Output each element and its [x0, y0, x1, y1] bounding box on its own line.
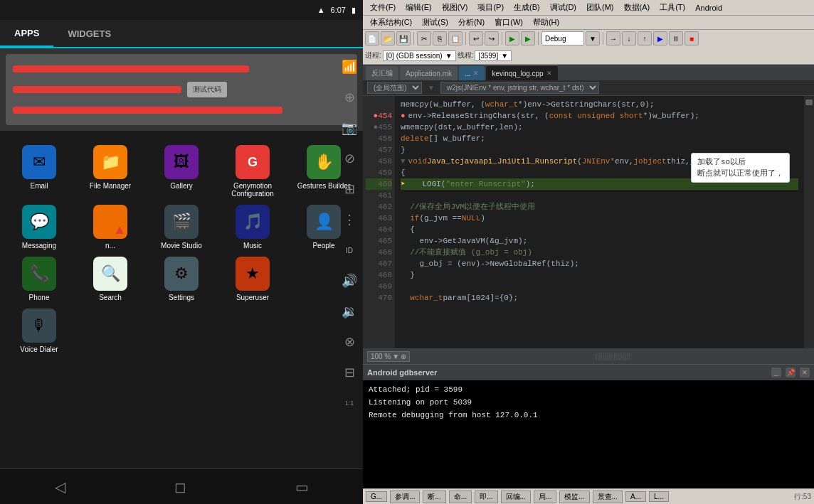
menu-edit[interactable]: 编辑(E) [401, 1, 436, 14]
thread-dropdown[interactable]: [3599] ▼ [475, 50, 512, 61]
scale-icon[interactable]: 1:1 [339, 393, 359, 413]
taskbar-immediate[interactable]: 即... [475, 490, 497, 503]
app-settings[interactable]: ⚙ Settings [153, 257, 210, 301]
tb-run[interactable]: ▶ [505, 31, 519, 45]
console-line-3: Remote debugging from host 127.0.0.1 [369, 409, 808, 422]
menu-team[interactable]: 团队(M) [582, 1, 618, 14]
taskbar-backedit[interactable]: 回编... [501, 490, 531, 503]
menu-file[interactable]: 文件(F) [366, 1, 400, 14]
taskbar-params[interactable]: 参调... [390, 490, 420, 503]
tb-step-over[interactable]: → [606, 31, 620, 45]
tb-redo[interactable]: ↪ [485, 31, 499, 45]
app-superuser[interactable]: ★ Superuser [224, 257, 281, 301]
taskbar-breakpoints[interactable]: 断... [423, 490, 445, 503]
tab-disasm[interactable]: 反汇编 [366, 66, 398, 80]
console-pin[interactable]: 📌 [786, 368, 796, 377]
scroll-indicator[interactable] [805, 100, 813, 105]
tb-pause[interactable]: ⏸ [669, 31, 683, 45]
tb-open[interactable]: 📂 [381, 31, 395, 45]
gps-icon[interactable]: ⊕ [339, 87, 359, 107]
camera-icon[interactable]: 📷 [339, 118, 359, 138]
editor-right-bar[interactable] [804, 96, 814, 348]
menu-project[interactable]: 项目(P) [473, 1, 508, 14]
ide-panel: 文件(F) 编辑(E) 视图(V) 项目(P) 生成(B) 调试(D) 团队(M… [363, 0, 814, 504]
lock-rotate-icon[interactable]: ⊗ [339, 332, 359, 352]
tb-paste[interactable]: 📋 [448, 31, 462, 45]
tab-other-close[interactable]: ✕ [473, 70, 479, 77]
zoom-btn[interactable]: ⊕ [401, 353, 406, 360]
tb-continue[interactable]: ▶ [653, 31, 667, 45]
process-label: 进程: [365, 50, 381, 60]
app-phone[interactable]: 📞 Phone [11, 257, 68, 301]
app-genymotion[interactable]: G Genymotion Configuration [224, 145, 281, 198]
app-music[interactable]: 🎵 Music [224, 205, 281, 250]
menu-tools[interactable]: 工具(T) [655, 1, 689, 14]
tb-new[interactable]: 📄 [365, 31, 379, 45]
app-messaging[interactable]: 💬 Messaging [11, 205, 68, 250]
recents-button[interactable]: ▭ [285, 475, 319, 499]
taskbar-monitor[interactable]: 模监... [559, 490, 589, 503]
process-dropdown[interactable]: [0] (GDB session) ▼ [383, 50, 456, 61]
menu-android[interactable]: Android [691, 3, 726, 13]
tab-kevinqq-close[interactable]: ✕ [546, 70, 552, 77]
rotate-icon[interactable]: ⊘ [339, 149, 359, 168]
menu-help[interactable]: 帮助(H) [529, 16, 564, 28]
taskbar-cmd[interactable]: 命... [449, 490, 472, 503]
horizontal-scrollbar[interactable]: ||||||||||||||||||| [416, 353, 810, 360]
volume-up-icon[interactable]: 🔊 [339, 271, 359, 291]
scope-dropdown-right[interactable]: w2js(JNIEnv * env, jstring str, wchar_t … [440, 82, 599, 94]
console-minimize[interactable]: _ [771, 368, 781, 377]
tab-other[interactable]: ... ✕ [459, 66, 485, 80]
wifi-side-icon[interactable]: 📶 [339, 57, 359, 77]
tb-step-into[interactable]: ↓ [622, 31, 636, 45]
menu-data[interactable]: 数据(A) [620, 1, 655, 14]
back-button[interactable]: ◁ [44, 475, 76, 499]
scope-dropdown-left[interactable]: (全局范围) [367, 82, 422, 94]
app-email[interactable]: ✉ Email [11, 145, 68, 198]
taskbar-local[interactable]: 局... [534, 490, 556, 503]
tb-cut[interactable]: ✂ [417, 31, 431, 45]
tb-undo[interactable]: ↩ [469, 31, 483, 45]
tb-config-arrow[interactable]: ▼ [586, 31, 600, 45]
app-voicedialer[interactable]: 🎙 Voice Dialer [11, 309, 68, 353]
tab-widgets[interactable]: WIDGETS [53, 20, 125, 47]
filemanager-icon: 📁 [93, 145, 127, 179]
menu-view[interactable]: 视图(V) [438, 1, 472, 14]
menu-debug[interactable]: 调试(D) [546, 1, 581, 14]
console-title: Android gdbserver [367, 368, 437, 377]
tb-step-out[interactable]: ↑ [638, 31, 652, 45]
taskbar-scene[interactable]: 景查... [593, 490, 623, 503]
console-close[interactable]: ✕ [800, 368, 810, 377]
zoom-dropdown[interactable]: 100 % ▼ ⊕ [367, 351, 410, 362]
app-notification[interactable]: ▲ n... [82, 205, 139, 250]
menu-test[interactable]: 测试(S) [418, 16, 453, 28]
tb-save[interactable]: 💾 [396, 31, 411, 45]
tab-kevinqq[interactable]: kevinqq_log.cpp ✕ [486, 66, 557, 80]
tb-debug-run[interactable]: ▶ [521, 31, 535, 45]
home-button[interactable]: ◻ [164, 475, 197, 499]
volume-down-icon[interactable]: 🔉 [339, 301, 359, 321]
app-search[interactable]: 🔍 Search [82, 257, 139, 301]
tab-apps[interactable]: APPS [0, 20, 53, 47]
menu-arch[interactable]: 体系结构(C) [366, 16, 416, 28]
zoom-icon[interactable]: ⊞ [339, 179, 359, 199]
tb-stop[interactable]: ■ [684, 31, 699, 45]
app-filemanager[interactable]: 📁 File Manager [82, 145, 139, 198]
test-button[interactable]: 测试代码 [187, 82, 227, 97]
id-icon[interactable]: ID [339, 240, 359, 260]
app-gallery[interactable]: 🖼 Gallery [153, 145, 210, 198]
tab-appli-mk[interactable]: Application.mk [400, 66, 458, 80]
taskbar-g[interactable]: G... [366, 491, 387, 502]
tb-config-dropdown[interactable]: Debug [541, 31, 584, 45]
taskbar-l[interactable]: L... [649, 491, 669, 502]
tb-copy[interactable]: ⎘ [433, 31, 447, 45]
more-icon[interactable]: ⋮ [339, 210, 359, 230]
code-content[interactable]: 加载了so以后 断点就可以正常使用了， memcpy(w_buffer, (wc… [395, 96, 804, 348]
taskbar-a[interactable]: A... [625, 491, 646, 502]
app-movie[interactable]: 🎬 Movie Studio [153, 205, 210, 250]
side-controls: 📶 ⊕ 📷 ⊘ ⊞ ⋮ ID 🔊 🔉 ⊗ ⊟ 1:1 [336, 50, 363, 420]
menu-window[interactable]: 窗口(W) [490, 16, 527, 28]
grid-icon[interactable]: ⊟ [339, 363, 359, 382]
menu-analyze[interactable]: 分析(N) [454, 16, 489, 28]
menu-build[interactable]: 生成(B) [509, 1, 544, 14]
